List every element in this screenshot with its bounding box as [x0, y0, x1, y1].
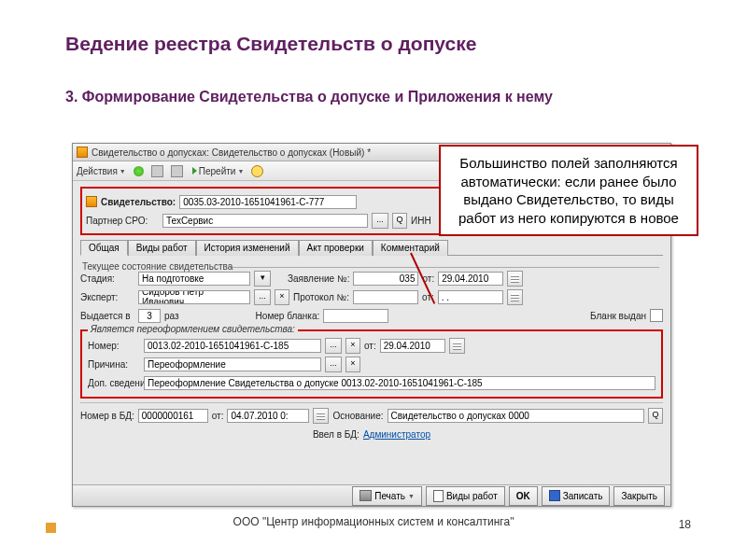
blank-issued-checkbox[interactable]: [650, 309, 663, 322]
from-label: от:: [364, 341, 376, 351]
protocol-date-calendar-button[interactable]: [507, 289, 523, 305]
tab-general[interactable]: Общая: [80, 240, 128, 256]
toolbar-button-icon[interactable]: [171, 165, 183, 177]
entered-by-label: Ввел в БД:: [313, 429, 359, 440]
stage-dropdown-button[interactable]: ▾: [254, 271, 271, 287]
db-date-input[interactable]: 04.07.2010 0:: [227, 409, 309, 423]
toolbar-add-icon[interactable]: [134, 166, 144, 176]
reissue-date-calendar-button[interactable]: [449, 338, 465, 354]
reissue-number-lookup-button[interactable]: ...: [325, 338, 342, 354]
protocol-number-input[interactable]: [353, 290, 418, 304]
reissue-reason-clear-button[interactable]: ×: [345, 357, 360, 372]
reissue-date-input[interactable]: 29.04.2010: [380, 339, 445, 353]
save-icon: [549, 490, 560, 501]
entered-by-user-link[interactable]: Администратор: [363, 429, 430, 440]
reissue-number-input[interactable]: 0013.02-2010-1651041961-С-185: [144, 339, 321, 353]
inn-label: ИНН: [411, 216, 431, 226]
reissue-group: Является переоформлением свидетельства: …: [80, 329, 663, 399]
slide-title: Ведение реестра Свидетельств о допуске: [65, 33, 476, 55]
expert-input[interactable]: Сидоров Петр Иванович: [138, 290, 250, 304]
blank-number-label: Номер бланка:: [256, 311, 320, 321]
basis-input[interactable]: Свидетельство о допусках 0000: [388, 409, 644, 423]
expert-label: Эксперт:: [80, 292, 134, 302]
basis-open-button[interactable]: Q: [648, 408, 663, 424]
reissue-reason-label: Причина:: [88, 359, 140, 370]
print-button[interactable]: Печать ▼: [352, 486, 422, 506]
tab-act[interactable]: Акт проверки: [299, 240, 373, 256]
footer-company: ООО "Центр информационных систем и конса…: [0, 515, 747, 528]
basis-label: Основание:: [332, 411, 383, 421]
partner-label: Партнер СРО:: [86, 216, 159, 226]
certificate-label: Свидетельство:: [101, 197, 176, 207]
tab-history[interactable]: История изменений: [196, 240, 299, 256]
arrow-right-icon: [192, 167, 197, 175]
reissue-reason-lookup-button[interactable]: ...: [325, 357, 342, 372]
protocol-date-input[interactable]: . .: [438, 290, 503, 304]
issued-suffix: раз: [164, 311, 179, 321]
db-number-input[interactable]: 0000000161: [138, 409, 208, 423]
application-number-input[interactable]: 035: [353, 272, 418, 286]
reissue-reason-input[interactable]: Переоформление: [144, 357, 321, 371]
partner-lookup-button[interactable]: ...: [372, 213, 388, 229]
tab-works[interactable]: Виды работ: [128, 240, 196, 256]
document-icon: [433, 490, 444, 502]
db-number-label: Номер в БД:: [80, 411, 134, 421]
slide-subtitle: 3. Формирование Свидетельства о допуске …: [65, 89, 553, 105]
db-date-calendar-button[interactable]: [313, 408, 329, 424]
certificate-icon: [86, 196, 97, 207]
toolbar-actions[interactable]: Действия ▼: [77, 166, 126, 176]
reissue-legend: Является переоформлением свидетельства:: [88, 324, 298, 334]
protocol-label: Протокол №:: [293, 292, 349, 302]
toolbar-goto[interactable]: Перейти ▼: [190, 166, 245, 176]
partner-open-button[interactable]: Q: [392, 213, 407, 229]
expert-lookup-button[interactable]: ...: [254, 289, 271, 305]
window-bottom-bar: Печать ▼ Виды работ OK Записать Закрыть: [73, 484, 670, 506]
stage-label: Стадия:: [80, 273, 134, 284]
partner-input[interactable]: ТехСервис: [162, 214, 368, 228]
ok-button[interactable]: OK: [509, 486, 538, 506]
blank-issued-label: Бланк выдан: [590, 311, 646, 321]
footer-page-number: 18: [679, 518, 691, 531]
reissue-extra-input[interactable]: Переоформление Свидетельства о допуске 0…: [144, 376, 655, 390]
callout-box: Большинство полей заполняются автоматиче…: [439, 145, 698, 236]
application-label: Заявление №:: [288, 273, 349, 284]
from-label: от:: [212, 411, 224, 421]
stage-input[interactable]: На подготовке: [138, 272, 250, 286]
print-icon: [359, 490, 372, 501]
works-button[interactable]: Виды работ: [426, 486, 505, 506]
tabs: Общая Виды работ История изменений Акт п…: [80, 239, 663, 256]
issued-count-input[interactable]: 3: [138, 309, 161, 323]
save-button[interactable]: Записать: [542, 486, 611, 506]
reissue-number-label: Номер:: [88, 341, 140, 351]
issued-label: Выдается в: [80, 311, 134, 321]
application-date-calendar-button[interactable]: [507, 271, 523, 287]
blank-number-input[interactable]: [323, 309, 388, 323]
certificate-number-input[interactable]: 0035.03-2010-1651041961-С-777: [179, 195, 357, 209]
help-icon[interactable]: [251, 165, 263, 177]
reissue-number-clear-button[interactable]: ×: [345, 338, 360, 354]
expert-clear-button[interactable]: ×: [275, 289, 289, 305]
toolbar-button-icon[interactable]: [151, 165, 163, 177]
reissue-extra-label: Доп. сведения:: [88, 378, 140, 388]
close-button[interactable]: Закрыть: [613, 486, 665, 506]
window-icon: [77, 147, 88, 158]
application-date-input[interactable]: 29.04.2010: [438, 272, 503, 286]
